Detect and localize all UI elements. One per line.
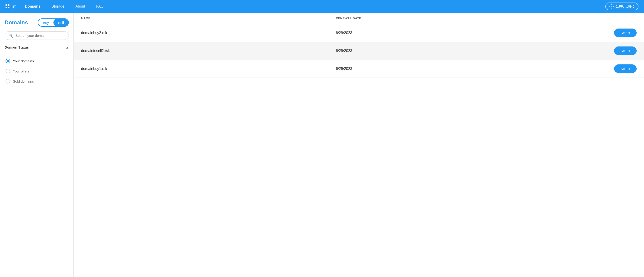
account-address: 0xFFcf...09f0 (616, 4, 634, 8)
search-input[interactable] (16, 33, 65, 37)
col-header-action (590, 16, 637, 20)
col-header-renewal: RENEWAL DATE (336, 16, 590, 20)
domain-name-2: domaintosell2.rsk (81, 49, 336, 53)
main-content: NAME RENEWAL DATE domainbuy2.rsk 6/29/20… (74, 13, 644, 277)
nav-item-storage[interactable]: Storage (52, 4, 64, 8)
status-label-sold-domains: Sold domains (13, 79, 34, 83)
main-layout: Domains Buy Sell 🔍 Domain Status ▲ Your … (0, 13, 644, 277)
select-button-3[interactable]: Select (614, 64, 637, 73)
buy-toggle-button[interactable]: Buy (38, 19, 54, 26)
select-button-1[interactable]: Select (614, 28, 637, 37)
renewal-date-1: 6/29/2023 (336, 31, 590, 35)
main-header: rif Domains Storage About FAQ 0xFFcf...0… (0, 0, 644, 13)
nav-item-faq[interactable]: FAQ (96, 4, 104, 8)
status-option-sold-domains[interactable]: Sold domains (4, 77, 69, 85)
renewal-date-2: 6/29/2023 (336, 49, 590, 53)
status-label-your-domains: Your domains (13, 59, 34, 63)
renewal-date-3: 6/29/2023 (336, 67, 590, 71)
nav-item-domains[interactable]: Domains (25, 4, 40, 8)
logo-text: rif (12, 4, 16, 9)
radio-sold-domains (6, 79, 10, 83)
table-header: NAME RENEWAL DATE (74, 13, 644, 24)
chevron-up-icon[interactable]: ▲ (66, 45, 69, 49)
status-options: Your domains Your offers Sold domains (4, 55, 69, 87)
search-icon: 🔍 (8, 33, 13, 38)
sell-toggle-button[interactable]: Sell (54, 19, 68, 26)
radio-inner-your-domains (7, 60, 9, 62)
logo[interactable]: rif (6, 4, 16, 9)
status-label-your-offers: Your offers (13, 69, 30, 73)
logo-icon (6, 4, 10, 8)
domain-status-title: Domain Status (4, 45, 29, 49)
select-button-2[interactable]: Select (614, 46, 637, 55)
table-row: domainbuy1.rsk 6/29/2023 Select (74, 60, 644, 78)
radio-your-domains (6, 59, 10, 63)
col-header-name: NAME (81, 16, 336, 20)
account-button[interactable]: 0xFFcf...09f0 (605, 2, 638, 10)
buy-sell-toggle[interactable]: Buy Sell (38, 18, 69, 27)
status-option-your-offers[interactable]: Your offers (4, 67, 69, 75)
status-option-your-domains[interactable]: Your domains (4, 57, 69, 65)
table-row: domainbuy2.rsk 6/29/2023 Select (74, 24, 644, 42)
domain-name-1: domainbuy2.rsk (81, 31, 336, 35)
sidebar-header: Domains Buy Sell (4, 18, 69, 27)
domain-name-3: domainbuy1.rsk (81, 67, 336, 71)
search-box: 🔍 (4, 31, 69, 40)
sidebar: Domains Buy Sell 🔍 Domain Status ▲ Your … (0, 13, 74, 277)
account-check-icon (610, 4, 614, 8)
radio-your-offers (6, 69, 10, 73)
nav-item-about[interactable]: About (76, 4, 85, 8)
domain-status-section: Domain Status ▲ (4, 45, 69, 51)
table-row: domaintosell2.rsk 6/29/2023 Select (74, 42, 644, 60)
sidebar-title: Domains (4, 19, 28, 26)
main-nav: Domains Storage About FAQ (25, 4, 596, 8)
